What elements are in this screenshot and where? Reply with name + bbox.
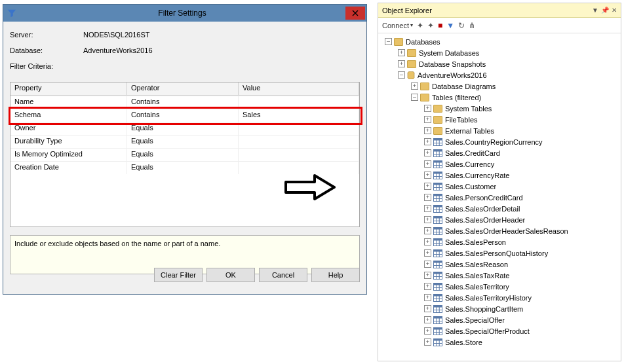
expander-icon[interactable]: + <box>424 316 431 323</box>
panel-close-icon[interactable]: ✕ <box>612 7 617 14</box>
tree-table[interactable]: +Sales.CurrencyRate <box>380 170 619 181</box>
expander-icon[interactable]: + <box>424 149 431 156</box>
pin-icon[interactable]: 📌 <box>601 7 609 14</box>
expander-icon[interactable]: + <box>424 261 431 268</box>
tree-table[interactable]: +Sales.SalesTerritoryHistory <box>380 292 619 303</box>
expander-icon[interactable]: – <box>385 38 392 45</box>
expander-icon[interactable]: + <box>424 227 431 234</box>
tree-system-tables[interactable]: +System Tables <box>380 103 619 114</box>
tree-system-databases[interactable]: +System Databases <box>380 47 619 58</box>
cell-operator[interactable]: Equals <box>127 162 239 174</box>
expander-icon[interactable]: + <box>424 160 431 168</box>
cell-property[interactable]: Schema <box>10 109 127 122</box>
cell-operator[interactable]: Equals <box>127 136 239 148</box>
cell-property[interactable]: Name <box>10 96 127 109</box>
tree-table[interactable]: +Sales.SalesOrderHeader <box>380 214 619 225</box>
activity-icon[interactable]: ⋔ <box>469 21 475 30</box>
expander-icon[interactable]: + <box>424 216 431 223</box>
cell-property[interactable]: Creation Date <box>10 162 127 174</box>
cell-operator[interactable]: Contains <box>127 109 239 122</box>
expander-icon[interactable]: + <box>424 249 431 257</box>
tree-database-diagrams[interactable]: +Database Diagrams <box>380 81 619 92</box>
expander-icon[interactable]: + <box>424 138 431 145</box>
toolbar-icon[interactable]: ✦ <box>417 21 423 30</box>
tree-table[interactable]: +Sales.CountryRegionCurrency <box>380 136 619 147</box>
cell-value[interactable] <box>239 122 359 135</box>
clear-filter-button[interactable]: Clear Filter <box>154 268 203 282</box>
cell-value[interactable]: Sales <box>239 109 359 122</box>
connect-dropdown[interactable]: Connect ▾ <box>382 22 413 29</box>
expander-icon[interactable]: + <box>398 60 405 67</box>
grid-row[interactable]: Is Memory OptimizedEquals <box>10 148 359 161</box>
grid-row[interactable]: OwnerEquals <box>10 122 359 135</box>
chevron-down-icon[interactable]: ▼ <box>592 7 598 14</box>
expander-icon[interactable]: + <box>411 82 418 90</box>
cell-operator[interactable]: Equals <box>127 149 239 161</box>
expander-icon[interactable]: + <box>424 205 431 212</box>
help-button[interactable]: Help <box>311 268 360 282</box>
cell-property[interactable]: Owner <box>10 122 127 135</box>
expander-icon[interactable]: + <box>424 283 431 290</box>
cell-value[interactable] <box>239 136 359 148</box>
tree-table[interactable]: +Sales.SalesOrderHeaderSalesReason <box>380 225 619 236</box>
close-button[interactable] <box>345 7 365 20</box>
tree-table[interactable]: +Sales.SalesOrderDetail <box>380 203 619 214</box>
tree-tables-filtered[interactable]: –Tables (filtered) <box>380 92 619 103</box>
cell-operator[interactable]: Equals <box>127 122 239 135</box>
col-property[interactable]: Property <box>10 82 127 96</box>
tree-external-tables[interactable]: +External Tables <box>380 125 619 136</box>
filter-icon[interactable]: ▼ <box>446 21 454 30</box>
cancel-button[interactable]: Cancel <box>259 268 307 282</box>
expander-icon[interactable]: + <box>424 127 431 134</box>
cell-value[interactable] <box>239 96 359 109</box>
tree-database-snapshots[interactable]: +Database Snapshots <box>380 58 619 69</box>
expander-icon[interactable]: + <box>424 272 431 279</box>
expander-icon[interactable]: – <box>398 71 405 79</box>
ok-button[interactable]: OK <box>206 268 255 282</box>
expander-icon[interactable]: + <box>424 305 431 312</box>
stop-icon[interactable]: ■ <box>438 21 442 30</box>
col-value[interactable]: Value <box>239 82 359 96</box>
tree-table[interactable]: +Sales.SalesPersonQuotaHistory <box>380 247 619 259</box>
tree-databases[interactable]: –Databases <box>380 36 619 47</box>
expander-icon[interactable]: + <box>424 116 431 123</box>
tree-file-tables[interactable]: +FileTables <box>380 114 619 125</box>
tree-table[interactable]: +Sales.SpecialOffer <box>380 314 619 325</box>
grid-row[interactable]: Durability TypeEquals <box>10 135 359 148</box>
object-explorer-tree[interactable]: –Databases+System Databases+Database Sna… <box>378 33 621 361</box>
expander-icon[interactable]: + <box>424 338 431 346</box>
refresh-icon[interactable]: ↻ <box>458 21 465 30</box>
expander-icon[interactable]: + <box>398 49 405 56</box>
tree-table[interactable]: +Sales.SalesTerritory <box>380 281 619 292</box>
expander-icon[interactable]: + <box>424 105 431 112</box>
tree-table[interactable]: +Sales.PersonCreditCard <box>380 192 619 203</box>
tree-table[interactable]: +Sales.CreditCard <box>380 147 619 158</box>
criteria-grid[interactable]: Property Operator Value NameContainsSche… <box>10 82 360 227</box>
expander-icon[interactable]: + <box>424 238 431 246</box>
grid-row[interactable]: Creation DateEquals <box>10 161 359 174</box>
grid-row[interactable]: SchemaContainsSales <box>10 109 359 122</box>
expander-icon[interactable]: + <box>424 172 431 179</box>
tree-table[interactable]: +Sales.SalesReason <box>380 259 619 270</box>
expander-icon[interactable]: + <box>424 327 431 335</box>
expander-icon[interactable]: – <box>411 94 418 101</box>
expander-icon[interactable]: + <box>424 194 431 201</box>
tree-table[interactable]: +Sales.SalesTaxRate <box>380 270 619 281</box>
cell-operator[interactable]: Contains <box>127 96 239 109</box>
cell-value[interactable] <box>239 149 359 161</box>
expander-icon[interactable]: + <box>424 183 431 190</box>
expander-icon[interactable]: + <box>424 294 431 301</box>
cell-value[interactable] <box>239 162 359 174</box>
toolbar-icon[interactable]: ✦ <box>427 21 434 30</box>
tree-table[interactable]: +Sales.Currency <box>380 158 619 170</box>
tree-table[interactable]: +Sales.SalesPerson <box>380 236 619 247</box>
cell-property[interactable]: Is Memory Optimized <box>10 149 127 161</box>
tree-table[interactable]: +Sales.ShoppingCartItem <box>380 303 619 314</box>
tree-db-adventureworks[interactable]: –AdventureWorks2016 <box>380 69 619 81</box>
tree-table[interactable]: +Sales.SpecialOfferProduct <box>380 325 619 337</box>
tree-table[interactable]: +Sales.Store <box>380 337 619 348</box>
cell-property[interactable]: Durability Type <box>10 136 127 148</box>
tree-table[interactable]: +Sales.Customer <box>380 181 619 192</box>
col-operator[interactable]: Operator <box>127 82 239 96</box>
grid-row[interactable]: NameContains <box>10 96 359 109</box>
